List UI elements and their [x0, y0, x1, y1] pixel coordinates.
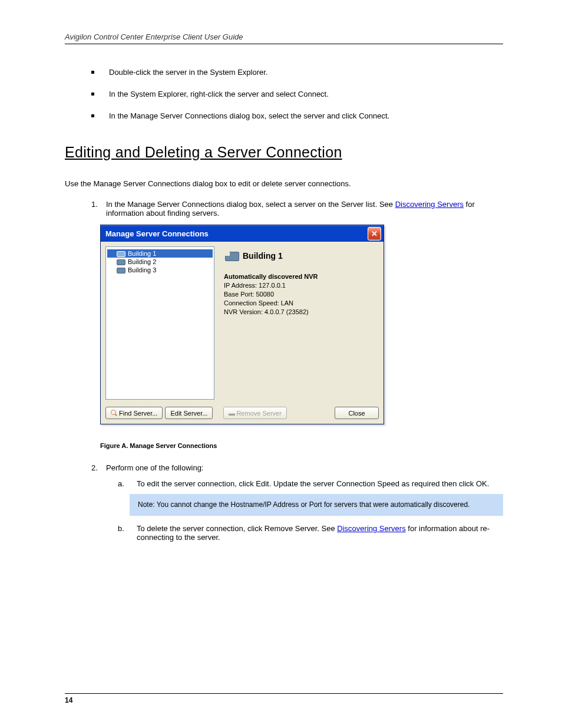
page-number: 14	[65, 696, 72, 704]
bullet-icon	[91, 114, 94, 117]
details-ip: IP Address: 127.0.0.1	[224, 281, 374, 290]
bullet-item: Double-click the server in the System Ex…	[91, 68, 503, 77]
server-details: Building 1 Automatically discovered NVR …	[219, 246, 379, 400]
minus-icon: ▬	[229, 410, 234, 417]
server-item-building-3[interactable]: Building 3	[107, 266, 213, 274]
step-2: 2. Perform one of the following:	[91, 463, 503, 472]
server-icon	[117, 267, 125, 274]
page-footer: 14	[65, 693, 503, 704]
bullet-item: In the System Explorer, right-click the …	[91, 90, 503, 98]
intro-text: Use the Manage Server Connections dialog…	[65, 179, 503, 189]
step-text: Perform one of the following:	[106, 463, 203, 472]
server-large-icon	[224, 250, 239, 262]
substep-text: To edit the server connection, click Edi…	[137, 479, 489, 488]
details-version: NVR Version: 4.0.0.7 (23582)	[224, 308, 374, 317]
dialog-title: Manage Server Connections	[105, 229, 209, 238]
dialog-screenshot: Manage Server Connections ✕ Building 1 B…	[100, 225, 503, 424]
substep-text: To delete the server connection, click R…	[137, 524, 503, 542]
server-label: Building 1	[128, 250, 156, 257]
step-1: 1. In the Manage Server Connections dial…	[91, 200, 503, 218]
discovering-servers-link-2[interactable]: Discovering Servers	[337, 524, 405, 533]
figure-caption: Figure A. Manage Server Connections	[100, 442, 503, 449]
server-item-building-1[interactable]: Building 1	[107, 249, 213, 258]
section-heading: Editing and Deleting a Server Connection	[65, 144, 503, 161]
bullet-text: In the System Explorer, right-click the …	[109, 90, 329, 98]
bullet-text: Double-click the server in the System Ex…	[109, 68, 268, 77]
find-server-button[interactable]: Find Server...	[105, 407, 163, 419]
substep-letter: a.	[118, 479, 126, 488]
search-icon	[111, 410, 117, 416]
step-number: 2.	[91, 463, 106, 472]
server-list[interactable]: Building 1 Building 2 Building 3	[105, 246, 214, 400]
discovering-servers-link[interactable]: Discovering Servers	[395, 200, 464, 209]
substep-a: a. To edit the server connection, click …	[118, 479, 503, 488]
bullet-icon	[91, 93, 94, 95]
edit-server-button[interactable]: Edit Server...	[165, 407, 213, 419]
close-dialog-button[interactable]: Close	[335, 407, 379, 419]
details-speed: Connection Speed: LAN	[224, 299, 374, 308]
dialog-titlebar: Manage Server Connections ✕	[101, 225, 384, 242]
page-header: Avigilon Control Center Enterprise Clien…	[65, 32, 503, 44]
server-item-building-2[interactable]: Building 2	[107, 258, 213, 266]
step-text: In the Manage Server Connections dialog …	[106, 200, 503, 218]
details-heading: Automatically discovered NVR	[224, 272, 374, 281]
server-label: Building 2	[128, 258, 156, 265]
substep-letter: b.	[118, 524, 126, 542]
bullet-list: Double-click the server in the System Ex…	[91, 68, 503, 120]
step-number: 1.	[91, 200, 106, 218]
details-title: Building 1	[243, 251, 283, 261]
bullet-text: In the Manage Server Connections dialog …	[109, 111, 389, 120]
close-button[interactable]: ✕	[368, 227, 381, 241]
bullet-item: In the Manage Server Connections dialog …	[91, 111, 503, 120]
details-port: Base Port: 50080	[224, 290, 374, 299]
server-label: Building 3	[128, 266, 156, 274]
server-icon	[117, 259, 125, 265]
bullet-icon	[91, 71, 94, 74]
remove-server-button[interactable]: ▬ Remove Server	[223, 407, 286, 419]
server-icon	[117, 251, 125, 257]
note-box: Note: You cannot change the Hostname/IP …	[130, 494, 503, 516]
close-icon: ✕	[371, 229, 378, 238]
substep-b: b. To delete the server connection, clic…	[118, 524, 503, 542]
